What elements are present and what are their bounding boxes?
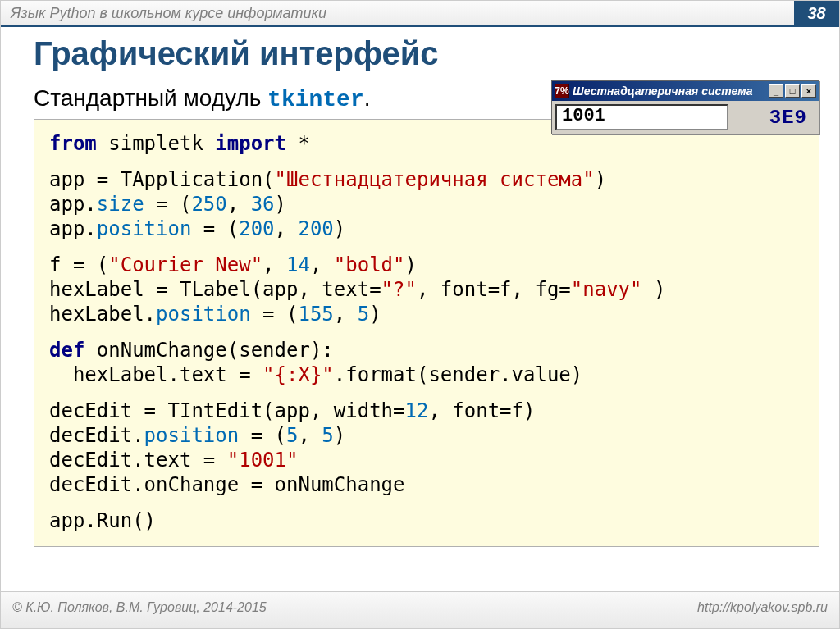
code-token: 12 [404,399,428,422]
module-name: tkinter [267,87,364,112]
code-token: app. [49,217,97,240]
code-paragraph: f = ("Courier New", 14, "bold") hexLabel… [49,253,804,326]
code-token: ) [369,303,381,326]
subtitle-text: Стандартный модуль [34,85,267,111]
window-control-buttons: _ □ × [769,84,816,98]
code-token: 155 [298,303,333,326]
code-token: decEdit.onChange = onNumChange [49,473,404,496]
code-token: , [227,193,251,216]
decimal-input[interactable]: 1001 [555,104,728,130]
code-token: def [49,339,84,362]
code-token: size [97,193,144,216]
content-area: Стандартный модуль tkinter. 7% Шестнадца… [34,80,819,547]
code-token: = ( [239,424,286,447]
maximize-button[interactable]: □ [785,84,800,98]
code-token: f = ( [49,253,108,276]
code-token: 5 [358,303,369,326]
code-token: app. [49,193,97,216]
code-token: 5 [322,424,333,447]
code-token: * [286,132,310,155]
slide-header: Язык Python в школьном курсе информатики… [1,1,839,25]
code-token: decEdit = TIntEdit(app, width= [49,399,404,422]
code-token: ) [405,253,417,276]
code-token: simpletk [97,132,216,155]
slide-title: Графический интерфейс [34,35,839,72]
footer-copyright: © К.Ю. Поляков, В.М. Гуровиц, 2014-2015 [12,600,697,615]
code-token: "navy" [571,278,642,301]
code-token: 250 [191,193,226,216]
subtitle-tail: . [364,85,371,111]
window-icon: 7% [555,84,569,98]
code-token: from [49,132,97,155]
code-token: position [97,217,192,240]
code-token: , [262,253,286,276]
code-token: 200 [298,217,333,240]
window-titlebar: 7% Шестнадцатеричная система _ □ × [552,81,819,101]
tkinter-window: 7% Шестнадцатеричная система _ □ × 1001 … [551,80,819,134]
code-token: onNumChange(sender): [84,339,333,362]
code-token: 36 [251,193,275,216]
code-token: 14 [286,253,310,276]
code-token: , [310,253,334,276]
code-token: , [334,303,358,326]
code-token: 5 [286,424,298,447]
window-title: Шестнадцатеричная система [573,84,769,98]
code-token: ) [641,278,665,301]
hex-output-label: 3E9 [735,107,815,129]
code-token: hexLabel = TLabel(app, text= [49,278,381,301]
code-token: hexLabel.text = [49,363,262,386]
code-token: = ( [144,193,192,216]
code-token: , font=f) [428,399,535,422]
code-paragraph: app = TApplication("Шестнадцатеричная си… [49,167,804,241]
code-paragraph: decEdit = TIntEdit(app, width=12, font=f… [49,399,804,497]
code-token: = ( [251,303,299,326]
code-token: "1001" [227,449,299,472]
code-paragraph: from simpletk import * [49,131,804,156]
code-token: , font=f, fg= [417,278,571,301]
code-token: app = TApplication( [49,168,275,191]
code-token: "bold" [334,253,405,276]
code-token: ) [334,424,345,447]
code-token: ) [334,217,345,240]
close-button[interactable]: × [801,84,816,98]
code-block: from simpletk import *app = TApplication… [34,119,819,547]
code-token: position [144,424,240,447]
code-token: position [156,303,251,326]
code-token: , [275,217,299,240]
code-token: "{:X}" [262,363,334,386]
code-token: decEdit. [49,424,144,447]
code-token: "Courier New" [108,253,262,276]
code-paragraph: app.Run() [49,508,804,533]
code-token: 200 [239,217,274,240]
subtitle: Стандартный модуль tkinter. 7% Шестнадца… [34,80,819,121]
header-title: Язык Python в школьном курсе информатики [11,5,829,22]
code-paragraph: def onNumChange(sender): hexLabel.text =… [49,338,804,387]
code-token: ) [595,168,606,191]
minimize-button[interactable]: _ [769,84,783,98]
code-token: "?" [381,278,417,301]
slide-footer: © К.Ю. Поляков, В.М. Гуровиц, 2014-2015 … [1,591,839,628]
code-token: = ( [191,217,239,240]
footer-url: http://kpolyakov.spb.ru [697,600,828,615]
window-client-area: 1001 3E9 [552,101,819,134]
code-token: "Шестнадцатеричная система" [275,168,595,191]
slide: Язык Python в школьном курсе информатики… [0,0,840,629]
code-token: hexLabel. [49,303,156,326]
code-token: ) [275,193,286,216]
code-token: import [215,132,286,155]
header-underline [1,25,839,27]
code-token: app.Run() [49,509,156,532]
code-token: , [298,424,322,447]
code-token: decEdit.text = [49,449,227,472]
code-token: .format(sender.value) [334,363,582,386]
page-number: 38 [794,1,839,25]
